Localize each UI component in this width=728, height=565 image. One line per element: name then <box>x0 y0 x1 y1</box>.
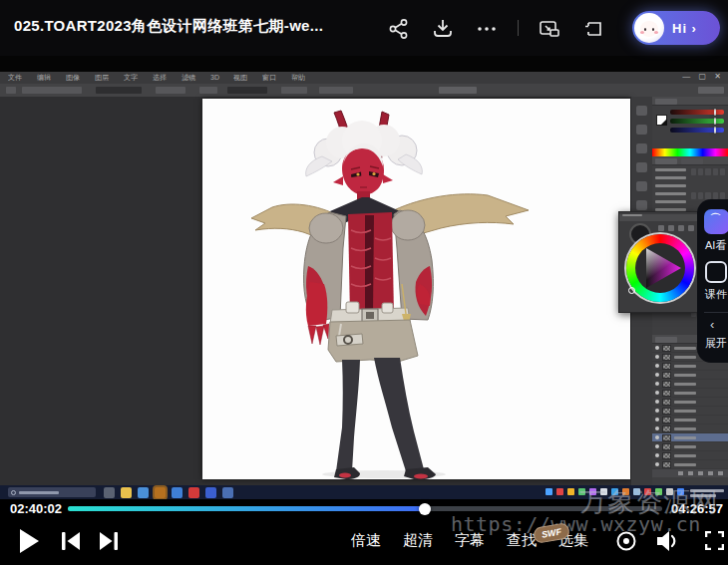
share-icon[interactable] <box>388 18 410 40</box>
recorded-clock <box>690 487 724 497</box>
control-labels: 倍速超清字幕查找选集 <box>351 531 588 550</box>
screencast-icon[interactable] <box>582 18 604 40</box>
hue-cursor <box>628 287 635 294</box>
ps-layer-row <box>652 389 728 398</box>
ps-menu-item: 帮助 <box>291 73 305 83</box>
ps-layer-row <box>652 407 728 416</box>
ps-canvas <box>202 99 630 479</box>
taskbar-app-icon <box>188 487 199 498</box>
ai-watch-icon[interactable] <box>704 209 728 234</box>
ps-color-wheel-panel <box>618 211 699 313</box>
ps-menu-item: 视图 <box>233 73 247 83</box>
ps-menu-item: 窗口 <box>262 73 276 83</box>
user-account-pill[interactable]: Hi › <box>632 11 720 45</box>
ps-layer-row <box>652 362 728 371</box>
toolbar-divider <box>518 20 519 36</box>
ps-menu-item: 文件 <box>8 73 22 83</box>
tray-icon <box>567 488 574 495</box>
ps-layer-row <box>652 424 728 433</box>
more-icon[interactable] <box>476 18 498 40</box>
ps-layer-row <box>652 451 728 460</box>
ps-layer-row <box>652 398 728 407</box>
recorded-windows-taskbar <box>0 485 728 499</box>
ps-color-spectrum <box>652 148 728 156</box>
tray-icon <box>655 488 662 495</box>
ps-menu-bar: 文件编辑图像图层文字选择滤镜3D视图窗口帮助 <box>0 72 728 84</box>
progress-row: 02:40:02 04:26:57 <box>0 499 728 517</box>
ps-menu-item: 选择 <box>153 73 167 83</box>
ps-menu-item: 3D <box>210 74 219 82</box>
control-label[interactable]: 倍速 <box>351 531 381 550</box>
ps-layer-row <box>652 433 728 442</box>
ps-layer-row <box>652 442 728 451</box>
record-icon[interactable] <box>615 530 637 552</box>
control-bar: 倍速超清字幕查找选集 <box>0 517 728 565</box>
next-icon[interactable] <box>99 532 118 550</box>
taskbar-app-icon <box>138 487 149 498</box>
taskbar-app-icon <box>121 487 132 498</box>
seek-bar-fill <box>68 506 425 511</box>
ps-window-buttons: — ▢ ✕ <box>682 72 724 81</box>
recorded-taskbar-icons <box>104 487 233 498</box>
ps-menu-item: 编辑 <box>37 73 51 83</box>
control-label[interactable]: 查找 <box>507 531 537 550</box>
control-label[interactable]: 超清 <box>403 531 433 550</box>
recorded-tray-icons <box>546 488 684 495</box>
collapse-chevron-icon[interactable]: ‹ <box>710 317 714 332</box>
tray-icon <box>546 488 552 495</box>
play-icon[interactable] <box>20 529 40 553</box>
ps-layer-row <box>652 371 728 380</box>
tray-icon <box>677 488 684 495</box>
ps-menu-item: 滤镜 <box>182 73 195 83</box>
seek-bar[interactable] <box>68 506 662 511</box>
tray-icon <box>556 488 563 495</box>
tray-icon <box>644 488 651 495</box>
expand-label[interactable]: 展开 <box>705 336 727 351</box>
seek-knob[interactable] <box>419 503 431 515</box>
ps-menu-item: 文字 <box>124 73 138 83</box>
ps-brush-panel-header <box>652 156 728 165</box>
total-time: 04:26:57 <box>671 501 723 516</box>
fullscreen-icon[interactable] <box>705 531 724 550</box>
tray-icon <box>622 488 629 495</box>
tray-icon <box>589 488 596 495</box>
account-greeting: Hi › <box>672 21 697 36</box>
tray-icon <box>600 488 607 495</box>
download-icon[interactable] <box>432 18 454 40</box>
avatar <box>634 13 664 43</box>
ps-layers-footer <box>652 469 728 477</box>
taskbar-app-icon <box>172 487 182 498</box>
player-title-bar: 025.TOART2023角色设计网络班第七期-we... <box>0 0 728 56</box>
ps-layer-row <box>652 380 728 389</box>
ps-menu-item: 图像 <box>66 73 80 83</box>
tray-icon <box>578 488 585 495</box>
panel-divider <box>704 312 728 313</box>
video-player-app: 025.TOART2023角色设计网络班第七期-we... <box>0 0 728 565</box>
taskbar-app-icon <box>155 487 166 498</box>
courseware-label[interactable]: 课件 <box>705 287 727 302</box>
taskbar-app-icon <box>222 487 233 498</box>
saturation-triangle <box>633 241 687 295</box>
control-label[interactable]: 字幕 <box>455 531 485 550</box>
ps-menu-item: 图层 <box>95 73 109 83</box>
ps-color-panel-header <box>652 97 728 106</box>
video-title: 025.TOART2023角色设计网络班第七期-we... <box>14 17 323 36</box>
courseware-icon[interactable] <box>705 261 727 283</box>
tray-icon <box>633 488 640 495</box>
ps-color-panel <box>652 110 728 143</box>
ai-watch-label[interactable]: AI看 <box>705 238 726 253</box>
video-frame[interactable]: 文件编辑图像图层文字选择滤镜3D视图窗口帮助 — ▢ ✕ <box>0 56 728 499</box>
side-feature-panel[interactable]: AI看 课件 ‹ 展开 <box>697 199 728 363</box>
taskbar-app-icon <box>205 487 216 498</box>
volume-icon[interactable] <box>657 530 680 552</box>
ps-options-bar <box>0 84 728 97</box>
mini-player-icon[interactable] <box>539 18 560 40</box>
previous-icon[interactable] <box>62 532 81 550</box>
character-artwork <box>202 99 630 479</box>
taskbar-app-icon <box>104 487 115 498</box>
tray-icon <box>611 488 618 495</box>
ps-layer-row <box>652 416 728 424</box>
tray-icon <box>666 488 673 495</box>
control-label[interactable]: 选集 <box>558 531 588 550</box>
current-time: 02:40:02 <box>10 501 62 516</box>
